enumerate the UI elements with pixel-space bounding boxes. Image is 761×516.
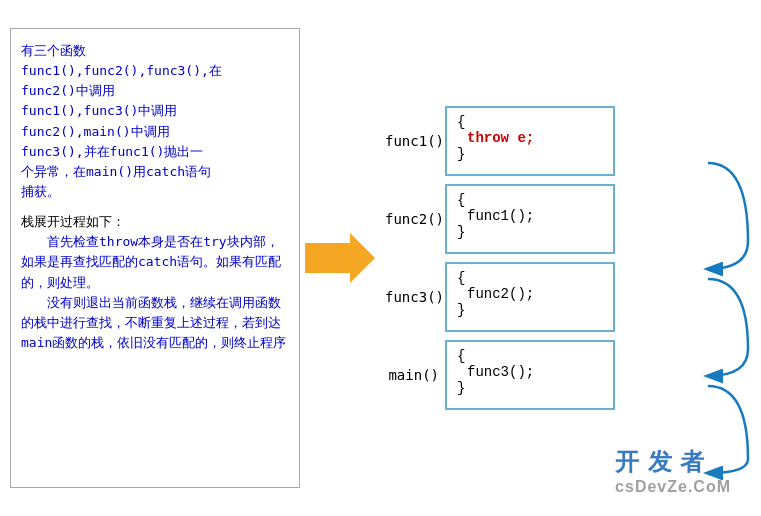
func3-open: { xyxy=(457,270,603,286)
left-panel: 有三个函数 func1(),func2(),func3(),在 func2()中… xyxy=(10,28,300,488)
main-close: } xyxy=(457,380,603,396)
func2-code: func1(); xyxy=(457,208,603,224)
description-text5: func2(),main()中调用 xyxy=(21,122,289,142)
func1-box: { throw e; } xyxy=(445,106,615,176)
main-code: func3(); xyxy=(457,364,603,380)
description-text4: func1(),func3()中调用 xyxy=(21,101,289,121)
explanation-text2: 没有则退出当前函数栈，继续在调用函数的栈中进行查找，不断重复上述过程，若到达ma… xyxy=(21,293,289,353)
func3-close: } xyxy=(457,302,603,318)
svg-marker-0 xyxy=(305,233,375,283)
explanation-block: 栈展开过程如下： 首先检查throw本身是否在try块内部，如果是再查找匹配的c… xyxy=(21,212,289,353)
description-text2: func1(),func2(),func3(),在 xyxy=(21,61,289,81)
description-text1: 有三个函数 xyxy=(21,41,289,61)
func1-label: func1() xyxy=(385,133,445,149)
func1-close: } xyxy=(457,146,603,162)
main-box: { func3(); } xyxy=(445,340,615,410)
watermark-line2: csDevZe.CoM xyxy=(615,478,731,496)
main-open: { xyxy=(457,348,603,364)
func2-row: func2() { func1(); } xyxy=(385,184,751,254)
direction-arrow-container xyxy=(300,233,380,283)
func2-open: { xyxy=(457,192,603,208)
explanation-text1: 首先检查throw本身是否在try块内部，如果是再查找匹配的catch语句。如果… xyxy=(21,232,289,292)
main-container: 有三个函数 func1(),func2(),func3(),在 func2()中… xyxy=(0,0,761,516)
description-text8: 捕获。 xyxy=(21,182,289,202)
direction-arrow-icon xyxy=(305,233,375,283)
main-row: main() { func3(); } xyxy=(385,340,751,410)
curved-arrows-icon xyxy=(698,111,753,481)
func3-box: { func2(); } xyxy=(445,262,615,332)
description-block: 有三个函数 func1(),func2(),func3(),在 func2()中… xyxy=(21,41,289,202)
main-label: main() xyxy=(385,367,445,383)
func1-open: { xyxy=(457,114,603,130)
func2-label: func2() xyxy=(385,211,445,227)
explanation-title: 栈展开过程如下： xyxy=(21,212,289,232)
func1-row: func1() { throw e; } xyxy=(385,106,751,176)
func2-box: { func1(); } xyxy=(445,184,615,254)
func1-code: throw e; xyxy=(457,130,603,146)
description-text3: func2()中调用 xyxy=(21,81,289,101)
watermark: 开 发 者 csDevZe.CoM xyxy=(615,446,731,496)
func3-row: func3() { func2(); } xyxy=(385,262,751,332)
description-text6: func3(),并在func1()抛出一 xyxy=(21,142,289,162)
func3-label: func3() xyxy=(385,289,445,305)
func2-close: } xyxy=(457,224,603,240)
description-text7: 个异常，在main()用catch语句 xyxy=(21,162,289,182)
right-panel: func1() { throw e; } func2() { func1(); … xyxy=(380,106,751,410)
func3-code: func2(); xyxy=(457,286,603,302)
watermark-line1: 开 发 者 xyxy=(615,446,731,478)
